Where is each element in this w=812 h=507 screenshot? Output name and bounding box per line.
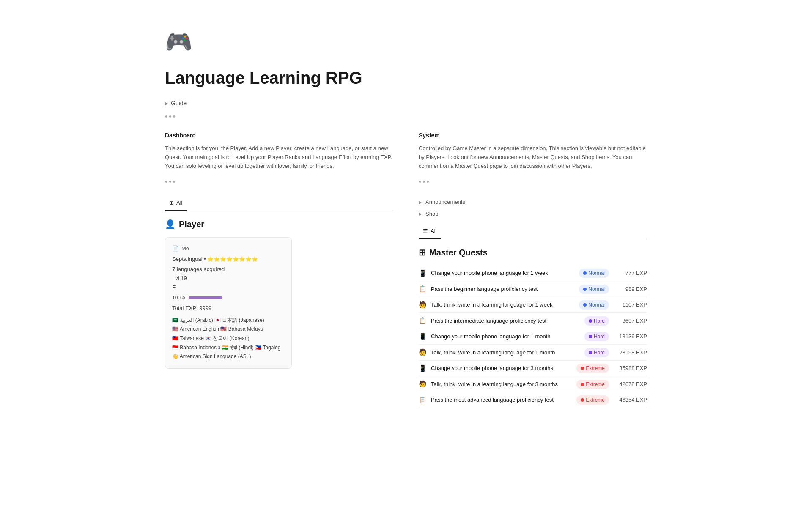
progress-label: 100% xyxy=(172,294,185,301)
master-quests-icon: ⊞ xyxy=(419,246,426,259)
dashboard-tab-bar: ⊞ All xyxy=(165,196,393,211)
quest-row-7[interactable]: 🧑 Talk, think, write in a learning langu… xyxy=(419,376,647,392)
dashboard-title: Dashboard xyxy=(165,131,393,140)
page-title: Language Learning RPG xyxy=(165,65,647,90)
quest-exp-5: 23198 EXP xyxy=(613,348,647,357)
system-description: Controlled by Game Master in a separate … xyxy=(419,144,647,170)
quest-name-7: Talk, think, write in a learning languag… xyxy=(431,380,572,389)
quest-exp-2: 1107 EXP xyxy=(613,301,647,309)
dashboard-description: This section is for you, the Player. Add… xyxy=(165,144,393,170)
player-section-heading: 👤 Player xyxy=(165,218,393,230)
quest-dot-7 xyxy=(581,383,584,386)
quest-dot-3 xyxy=(589,319,592,323)
quest-name-0: Change your mobile phone language for 1 … xyxy=(431,269,575,277)
quest-row-1[interactable]: 📋 Pass the beginner language proficiency… xyxy=(419,281,647,297)
quest-badge-2: Normal xyxy=(579,300,609,310)
quest-icon-5: 🧑 xyxy=(419,348,427,357)
quest-dot-4 xyxy=(589,335,592,338)
quest-dot-6 xyxy=(581,367,584,370)
quest-badge-8: Extreme xyxy=(576,395,609,405)
player-level: Lvl 19 xyxy=(172,274,285,282)
dots-separator-2: ••• xyxy=(165,176,393,188)
quest-row-6[interactable]: 📱 Change your mobile phone language for … xyxy=(419,361,647,377)
quest-name-3: Pass the intermediate language proficien… xyxy=(431,317,580,325)
quest-list: 📱 Change your mobile phone language for … xyxy=(419,266,647,408)
player-card-name: Me xyxy=(181,244,189,253)
lang-row-2: 🇺🇸 American English 🇲🇾 Bahasa Melayu xyxy=(172,325,285,334)
player-card-header: 📄 Me xyxy=(172,244,285,253)
quest-dot-5 xyxy=(589,351,592,354)
quest-badge-1: Normal xyxy=(579,285,609,294)
quest-exp-7: 42678 EXP xyxy=(613,380,647,389)
quest-row-8[interactable]: 📋 Pass the most advanced language profic… xyxy=(419,392,647,408)
quest-row-3[interactable]: 📋 Pass the intermediate language profici… xyxy=(419,313,647,329)
quest-icon-0: 📱 xyxy=(419,269,427,278)
player-grade: E xyxy=(172,283,285,292)
lang-row-4: 🇮🇩 Bahasa Indonesia 🇮🇳 हिंदी (Hindi) 🇵🇭 … xyxy=(172,343,285,353)
quest-exp-0: 777 EXP xyxy=(613,269,647,277)
player-progress-bar: 100% xyxy=(172,294,285,301)
quest-name-1: Pass the beginner language proficiency t… xyxy=(431,285,575,293)
quest-icon-6: 📱 xyxy=(419,364,427,373)
quest-badge-0: Normal xyxy=(579,269,609,278)
lang-row-1: 🇸🇦 العربية (Arabic) 🇯🇵 日本語 (Japanese) xyxy=(172,316,285,325)
list-icon: ☰ xyxy=(423,227,428,236)
quest-exp-8: 46354 EXP xyxy=(613,396,647,404)
quest-icon-4: 📱 xyxy=(419,332,427,342)
quest-icon-3: 📋 xyxy=(419,316,427,326)
system-toggle-list: ▶ Announcements ▶ Shop xyxy=(419,196,647,219)
quest-dot-0 xyxy=(583,271,587,275)
quest-exp-6: 35988 EXP xyxy=(613,364,647,373)
lang-row-5: 👋 American Sign Language (ASL) xyxy=(172,352,285,362)
quest-badge-3: Hard xyxy=(584,316,609,326)
master-quests-heading: ⊞ Master Quests xyxy=(419,246,647,259)
quest-icon-7: 🧑 xyxy=(419,379,427,389)
quest-row-2[interactable]: 🧑 Talk, think, write in a learning langu… xyxy=(419,297,647,313)
quest-badge-6: Extreme xyxy=(576,364,609,373)
player-languages-acquired: 7 languages acquired xyxy=(172,265,285,274)
guide-arrow-icon: ▶ xyxy=(165,100,168,107)
system-title: System xyxy=(419,131,647,140)
announcements-label: Announcements xyxy=(425,198,465,206)
quest-exp-1: 989 EXP xyxy=(613,285,647,293)
system-tab-bar: ☰ All xyxy=(419,225,647,239)
quest-icon-1: 📋 xyxy=(419,284,427,294)
quest-name-2: Talk, think, write in a learning languag… xyxy=(431,301,575,309)
progress-bar-background xyxy=(189,296,222,299)
page-icon: 🎮 xyxy=(165,25,647,58)
quest-badge-7: Extreme xyxy=(576,380,609,389)
quest-name-5: Talk, think, write in a learning languag… xyxy=(431,348,580,357)
quest-name-6: Change your mobile phone language for 3 … xyxy=(431,364,572,373)
quest-dot-2 xyxy=(583,303,587,307)
player-stars: ⭐⭐⭐⭐⭐⭐⭐⭐ xyxy=(207,256,258,262)
shop-label: Shop xyxy=(425,210,438,218)
player-rank: Septalingual • ⭐⭐⭐⭐⭐⭐⭐⭐ xyxy=(172,255,285,263)
quest-icon-8: 📋 xyxy=(419,395,427,405)
quest-dot-1 xyxy=(583,288,587,291)
player-card: 📄 Me Septalingual • ⭐⭐⭐⭐⭐⭐⭐⭐ 7 languages… xyxy=(165,237,292,369)
announcements-arrow-icon: ▶ xyxy=(419,199,422,206)
guide-label: Guide xyxy=(171,99,187,108)
player-languages-list: 🇸🇦 العربية (Arabic) 🇯🇵 日本語 (Japanese) 🇺🇸… xyxy=(172,316,285,362)
progress-bar-fill xyxy=(189,296,222,299)
quest-name-4: Change your mobile phone language for 1 … xyxy=(431,332,580,341)
system-tab-all[interactable]: ☰ All xyxy=(419,225,441,239)
quest-dot-8 xyxy=(581,398,584,402)
quest-exp-3: 3697 EXP xyxy=(613,317,647,325)
quest-name-8: Pass the most advanced language proficie… xyxy=(431,396,572,404)
quest-badge-4: Hard xyxy=(584,332,609,341)
announcements-toggle[interactable]: ▶ Announcements xyxy=(419,196,647,208)
shop-arrow-icon: ▶ xyxy=(419,211,422,217)
shop-toggle[interactable]: ▶ Shop xyxy=(419,208,647,220)
quest-row-5[interactable]: 🧑 Talk, think, write in a learning langu… xyxy=(419,345,647,361)
quest-row-0[interactable]: 📱 Change your mobile phone language for … xyxy=(419,266,647,282)
dashboard-section: Dashboard This section is for you, the P… xyxy=(165,131,393,408)
doc-icon: 📄 xyxy=(172,244,179,253)
guide-toggle[interactable]: ▶ Guide xyxy=(165,99,647,108)
quest-exp-4: 13139 EXP xyxy=(613,332,647,341)
tab-all[interactable]: ⊞ All xyxy=(165,196,187,211)
quest-row-4[interactable]: 📱 Change your mobile phone language for … xyxy=(419,329,647,345)
dots-separator-1: ••• xyxy=(165,111,647,123)
dots-separator-3: ••• xyxy=(419,176,647,188)
quest-badge-5: Hard xyxy=(584,348,609,357)
